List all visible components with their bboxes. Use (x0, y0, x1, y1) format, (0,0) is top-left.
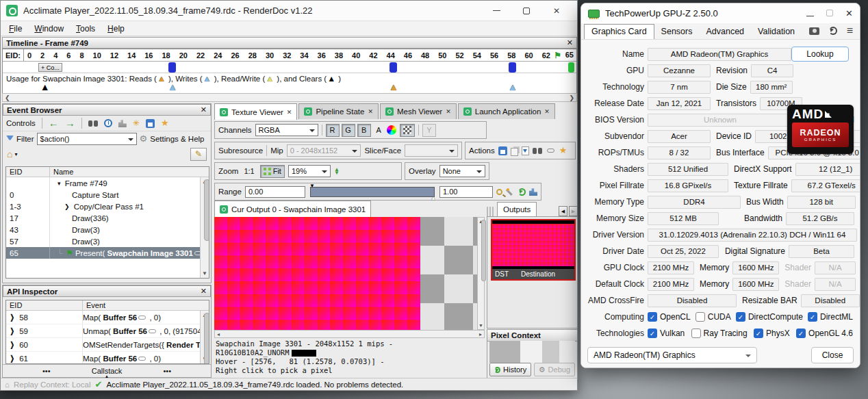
goto-icon[interactable] (533, 148, 542, 154)
debug-button[interactable]: ⚙Debug (534, 363, 575, 376)
texture-output-tab[interactable]: Cur Output 0 - Swapchain Image 3301 (214, 201, 371, 217)
home-bookmark-icon[interactable]: ⌂ (7, 149, 12, 159)
channels-select[interactable]: RGBA (255, 124, 318, 136)
checkbox-icon[interactable] (695, 312, 705, 322)
edit-bookmarks-button[interactable]: ✎ (190, 148, 207, 161)
api-event-row[interactable]: ❯58Map( Buffer 56 , 0) (6, 311, 209, 324)
checkbox-icon[interactable]: ✓ (648, 312, 657, 322)
event-row[interactable]: 65└⚑Present( Swapchain Image 3301 ) (6, 247, 209, 259)
flip-y-icon[interactable]: ▲▼ (334, 168, 340, 175)
timeline-track[interactable]: + Co... (3, 62, 576, 73)
texture-hscrollbar[interactable]: ◂▸ (214, 330, 485, 338)
step-forward-icon[interactable]: → (65, 119, 75, 127)
export-icon[interactable] (146, 119, 155, 128)
close-icon[interactable]: ✕ (368, 108, 373, 115)
tab-mesh-viewer[interactable]: Mesh Viewer✕ (380, 103, 457, 119)
menu-item-help[interactable]: Help (102, 23, 130, 35)
usage-marker-write[interactable]: ▲ (168, 83, 177, 90)
custom-shader-icon[interactable]: ★ (559, 146, 567, 155)
close-icon[interactable]: ✕ (446, 108, 451, 115)
tab-scroll-left-icon[interactable]: ◀ (559, 206, 567, 216)
close-button[interactable]: ✕ (845, 8, 853, 18)
checkbox-icon[interactable]: ✓ (754, 329, 763, 338)
statistics-icon[interactable] (118, 119, 127, 127)
event-row[interactable]: 0Capture Start (6, 189, 209, 201)
menu-item-file[interactable]: File (3, 23, 27, 35)
api-table-vscrollbar[interactable]: ▲▼ (200, 311, 209, 363)
feature-vulkan[interactable]: ✓Vulkan (648, 329, 685, 338)
swapchain-texture-image[interactable] (214, 217, 420, 330)
tab-pipeline-state[interactable]: Pipeline State✕ (298, 103, 379, 119)
range-max-input[interactable]: 1.00 (439, 186, 493, 198)
screenshot-camera-icon[interactable] (809, 27, 819, 35)
history-button[interactable]: History (489, 363, 531, 376)
tab-texture-viewer[interactable]: Texture Viewer✕ (214, 103, 297, 120)
checkbox-icon[interactable]: ✓ (796, 329, 806, 338)
texture-canvas[interactable] (214, 217, 477, 330)
panel-grip[interactable] (487, 207, 495, 216)
maximize-button[interactable] (511, 2, 541, 20)
resource-link-icon[interactable] (138, 316, 146, 320)
copy-icon[interactable] (511, 148, 518, 156)
pixel-context-canvas[interactable] (489, 341, 575, 363)
menu-item-tools[interactable]: Tools (71, 23, 101, 35)
luma-button[interactable]: Y (422, 124, 436, 137)
zoom-percent-select[interactable]: 19% (288, 165, 331, 177)
minimize-button[interactable] (806, 9, 814, 18)
expand-chevron-icon[interactable]: ❯ (10, 326, 14, 335)
checkbox-icon[interactable]: ✓ (736, 312, 745, 322)
range-white-marker[interactable]: ▲ (431, 195, 436, 201)
reset-range-icon[interactable] (518, 188, 526, 196)
feature-directcompute[interactable]: ✓DirectCompute (736, 312, 803, 322)
scroll-right-icon[interactable]: ❯ (569, 94, 574, 101)
timeline-hscrollbar[interactable]: ❮ ❯ (2, 93, 577, 102)
timeline-green-action-marker[interactable] (568, 62, 574, 73)
resource-link-icon[interactable] (149, 329, 156, 333)
gpu-select-dropdown[interactable]: AMD Radeon(TM) Graphics (587, 347, 757, 363)
checkbox-icon[interactable]: ✓ (808, 312, 817, 322)
menu-item-window[interactable]: Window (29, 23, 69, 35)
gpuz-tab-graphics-card[interactable]: Graphics Card (584, 24, 654, 39)
collapsed-section-button[interactable]: + Co... (38, 63, 62, 72)
feature-opencl[interactable]: ✓OpenCL (648, 312, 691, 322)
callstack-bar[interactable]: ••• Callstack▲ ••• (3, 364, 211, 377)
event-table-vscrollbar[interactable]: ▲▼ (200, 177, 209, 278)
range-slider[interactable]: ▼ ▲ (310, 187, 435, 197)
minimize-button[interactable] (481, 2, 511, 20)
expand-chevron-icon[interactable]: ❯ (10, 313, 14, 322)
timeline-blue-action-marker[interactable] (390, 62, 397, 73)
step-back-icon[interactable]: ← (49, 119, 59, 127)
mip-select[interactable]: 0 - 2048x1152 (287, 144, 361, 157)
api-event-row[interactable]: ❯61Map( Buffer 56 , 0) (6, 352, 209, 364)
checkbox-icon[interactable] (691, 329, 701, 338)
slice-face-select[interactable] (405, 144, 458, 157)
feature-cuda[interactable]: CUDA (695, 312, 731, 322)
range-min-input[interactable]: 0.00 (245, 186, 305, 198)
checkerboard-backdrop-button[interactable] (400, 124, 415, 137)
chevron-right-icon[interactable]: ❯ (64, 203, 70, 210)
event-row[interactable]: 17Draw(336) (6, 212, 209, 224)
chevron-down-icon[interactable]: ▾ (58, 180, 61, 187)
close-app-button[interactable]: Close (811, 347, 854, 363)
outputs-tab[interactable]: Outputs (497, 202, 537, 216)
event-row[interactable]: ▾ Frame #749 (6, 177, 209, 189)
histogram-icon[interactable] (529, 188, 537, 196)
gpuz-tab-validation[interactable]: Validation (751, 25, 802, 39)
api-event-row[interactable]: ❯60OMSetRenderTargets({ Render T (6, 338, 209, 352)
close-icon[interactable]: ✕ (201, 105, 207, 114)
refresh-icon[interactable] (829, 27, 837, 35)
channel-b-button[interactable]: B (357, 124, 371, 137)
hamburger-menu-icon[interactable]: ≡ (847, 25, 853, 37)
texture-vscrollbar[interactable]: ▲▼ (477, 217, 485, 330)
timeline-blue-action-marker[interactable] (509, 62, 516, 73)
close-button[interactable]: ✕ (541, 2, 572, 20)
event-row[interactable]: 43Draw(3) (6, 224, 209, 235)
usage-marker-write[interactable]: ▲ (508, 83, 518, 90)
chevron-down-icon[interactable]: ▾ (14, 151, 17, 157)
tab-scroll-right-icon[interactable]: ▶ (569, 206, 578, 216)
settings-help-link[interactable]: Settings & Help (150, 135, 204, 143)
lookup-button[interactable]: Lookup (791, 47, 849, 62)
gpuz-tab-advanced[interactable]: Advanced (699, 25, 751, 39)
channel-g-button[interactable]: G (342, 124, 355, 137)
filter-input[interactable]: $action() (37, 133, 137, 145)
